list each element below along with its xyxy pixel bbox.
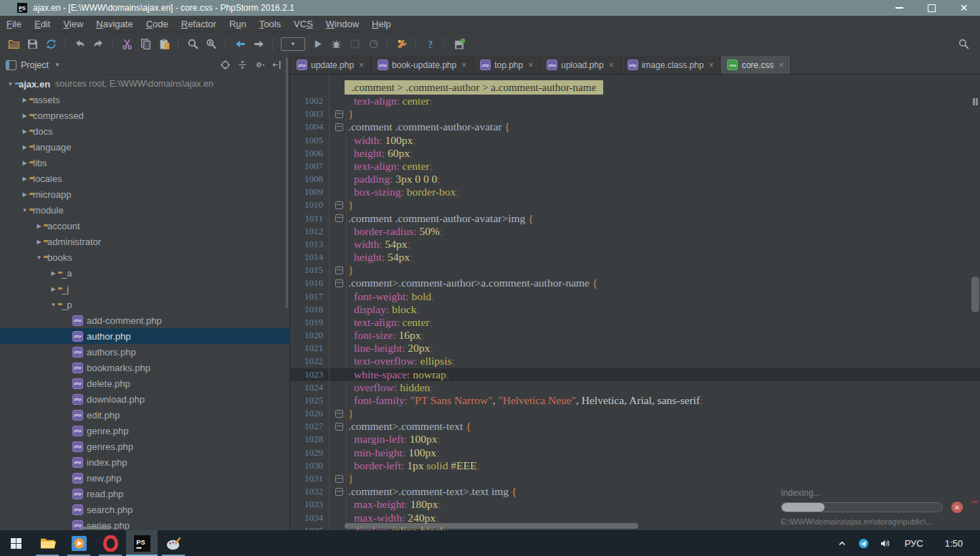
code-line-1021[interactable]: 1021line-height: 20px; (290, 342, 980, 355)
project-view-dropdown[interactable]: ▼ (54, 62, 60, 68)
code-line-1018[interactable]: 1018display: block; (290, 303, 980, 316)
taskbar-paint-button[interactable] (158, 530, 189, 556)
fold-marker[interactable] (329, 212, 348, 225)
tree-expand-arrow-icon[interactable]: ▶ (20, 191, 29, 198)
minimize-button[interactable] (883, 0, 916, 16)
tab-core-css[interactable]: csscore.css× (721, 56, 791, 74)
tree-item-assets[interactable]: ▶assets (0, 92, 289, 107)
menu-refactor[interactable]: Refactor (175, 19, 223, 29)
code-line-1015[interactable]: 1015} (290, 264, 980, 277)
tree-item-authors-php[interactable]: phpauthors.php (0, 344, 289, 360)
tree-collapse-arrow-icon[interactable]: ▼ (34, 254, 44, 261)
code-line-1025[interactable]: 1025font-family: "PT Sans Narrow", "Helv… (290, 394, 980, 407)
cancel-indexing-button[interactable]: ✕ (951, 502, 963, 513)
tree-item-download-php[interactable]: phpdownload.php (0, 391, 289, 407)
code-line-1010[interactable]: 1010} (290, 198, 980, 211)
debug-icon[interactable] (327, 36, 345, 53)
code-line-1003[interactable]: 1003} (290, 107, 980, 120)
tree-item-language[interactable]: ▶language (0, 139, 289, 155)
redo-icon[interactable] (89, 36, 107, 53)
fold-marker[interactable] (329, 420, 348, 433)
coverage-icon[interactable] (345, 36, 364, 53)
tab-close-icon[interactable]: × (359, 61, 364, 70)
tree-item-administrator[interactable]: ▶administrator (0, 234, 289, 249)
run-config-combo[interactable]: ▼ (281, 37, 305, 51)
language-indicator[interactable]: РУС (896, 538, 932, 549)
tree-item-_j[interactable]: ▶_j (0, 281, 289, 297)
code-line-1031[interactable]: 1031} (290, 472, 980, 485)
code-line-1007[interactable]: 1007text-align: center; (290, 160, 980, 173)
run-icon[interactable] (308, 36, 327, 53)
help-icon[interactable]: ? (421, 36, 440, 53)
save-all-icon[interactable] (23, 36, 42, 53)
tree-expand-arrow-icon[interactable]: ▶ (34, 223, 44, 229)
synchronize-icon[interactable] (42, 36, 60, 53)
hide-panel-icon[interactable] (268, 57, 285, 74)
open-folder-icon[interactable] (4, 36, 23, 53)
project-tree-vscrollbar[interactable] (286, 57, 288, 308)
telegram-icon[interactable] (853, 530, 875, 556)
code-line-1028[interactable]: 1028margin-left: 100px; (290, 433, 980, 446)
locate-icon[interactable] (216, 57, 234, 74)
tree-item-read-php[interactable]: phpread.php (0, 486, 289, 502)
fold-marker[interactable] (329, 407, 348, 420)
tree-collapse-arrow-icon[interactable]: ▼ (49, 302, 58, 308)
tab-close-icon[interactable]: × (708, 61, 714, 70)
editor-vscrollbar[interactable] (971, 277, 979, 312)
taskbar-start-button[interactable] (0, 530, 32, 556)
tab-close-icon[interactable]: × (609, 61, 614, 70)
code-line-1023[interactable]: 1023white-space: nowrap; (290, 368, 980, 381)
tab-update-php[interactable]: phpupdate.php× (290, 56, 371, 74)
code-line-1013[interactable]: 1013width: 54px; (290, 238, 980, 251)
code-line-1002[interactable]: 1002text-align: center; (290, 95, 980, 107)
search-icon[interactable] (954, 35, 973, 52)
tree-item-locales[interactable]: ▶locales (0, 171, 289, 186)
code-line-1004[interactable]: 1004.comment .comment-author-avatar { (290, 120, 980, 133)
project-tree-hscrollbar[interactable] (80, 527, 110, 529)
close-button[interactable]: ✕ (948, 0, 980, 16)
tree-expand-arrow-icon[interactable]: ▶ (20, 176, 29, 182)
code-line-1027[interactable]: 1027.comment>.comment-text { (290, 420, 980, 433)
fold-marker[interactable] (329, 472, 348, 485)
tree-item-author-php[interactable]: phpauthor.php (0, 328, 289, 344)
tree-item-genres-php[interactable]: phpgenres.php (0, 438, 289, 454)
maximize-button[interactable] (916, 0, 948, 16)
taskbar-opera-button[interactable] (95, 530, 126, 556)
tree-item-docs[interactable]: ▶docs (0, 123, 289, 139)
tree-collapse-arrow-icon[interactable]: ▼ (6, 81, 15, 87)
code-line-1006[interactable]: 1006height: 60px; (290, 147, 980, 160)
replace-icon[interactable]: A (202, 36, 221, 53)
menu-vcs[interactable]: VCS (287, 19, 320, 29)
undo-icon[interactable] (70, 36, 89, 53)
code-line-1009[interactable]: 1009box-sizing: border-box; (290, 186, 980, 198)
fold-marker[interactable] (329, 107, 348, 120)
tree-expand-arrow-icon[interactable]: ▶ (20, 144, 29, 150)
tree-expand-arrow-icon[interactable]: ▶ (49, 286, 58, 292)
tree-item-delete-php[interactable]: phpdelete.php (0, 375, 289, 391)
code-editor[interactable]: 1002text-align: center;1003}1004.comment… (290, 75, 980, 530)
gear-icon[interactable] (251, 57, 268, 74)
fold-marker[interactable] (329, 120, 348, 133)
tab-close-icon[interactable]: × (461, 61, 466, 70)
fold-marker[interactable] (329, 277, 348, 289)
code-line-1030[interactable]: 1030border-left: 1px solid #EEE; (290, 459, 980, 472)
collapse-all-icon[interactable] (234, 57, 251, 74)
tab-book-update-php[interactable]: phpbook-update.php× (371, 56, 474, 74)
profiler-icon[interactable] (364, 36, 383, 53)
tree-item-account[interactable]: ▶account (0, 218, 289, 234)
tree-item-new-php[interactable]: phpnew.php (0, 470, 289, 486)
tree-expand-arrow-icon[interactable]: ▶ (20, 128, 29, 135)
code-line-1019[interactable]: 1019text-align: center; (290, 316, 980, 329)
tree-collapse-arrow-icon[interactable]: ▼ (20, 207, 29, 214)
save-sync-icon[interactable] (450, 36, 469, 53)
code-line-1012[interactable]: 1012border-radius: 50%; (290, 225, 980, 238)
tree-item-edit-php[interactable]: phpedit.php (0, 407, 289, 423)
tree-expand-arrow-icon[interactable]: ▶ (34, 239, 44, 245)
tab-close-icon[interactable]: × (779, 61, 784, 70)
chevron-up-icon[interactable] (832, 530, 853, 556)
tab-close-icon[interactable]: × (528, 61, 533, 70)
tree-item-compressed[interactable]: ▶compressed (0, 107, 289, 123)
menu-code[interactable]: Code (140, 19, 175, 29)
tab-image-class-php[interactable]: phpimage.class.php× (621, 56, 721, 74)
tree-expand-arrow-icon[interactable]: ▶ (49, 270, 58, 277)
